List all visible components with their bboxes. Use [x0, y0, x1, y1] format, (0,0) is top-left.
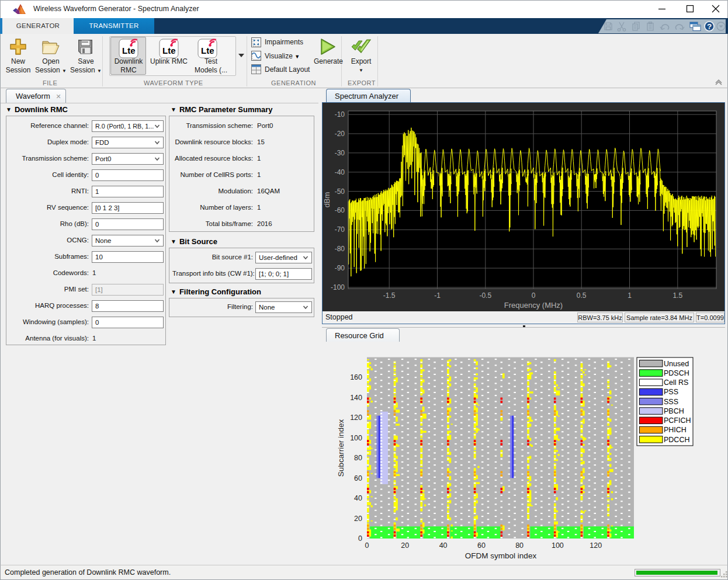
svg-text:-80: -80	[335, 245, 345, 253]
svg-text:120: 120	[590, 541, 602, 550]
svg-text:60: 60	[354, 474, 362, 482]
svg-text:PDCCH: PDCCH	[664, 436, 689, 444]
svg-text:-0.5: -0.5	[479, 291, 491, 300]
svg-text:-10: -10	[335, 110, 345, 119]
svg-text:80: 80	[515, 541, 524, 550]
svg-text:PBCH: PBCH	[664, 407, 684, 415]
svg-text:-100: -100	[331, 283, 345, 291]
svg-text:Cell RS: Cell RS	[664, 378, 688, 387]
svg-text:120: 120	[350, 414, 362, 422]
svg-text:-20: -20	[335, 130, 345, 138]
svg-text:20: 20	[401, 541, 409, 550]
svg-text:0: 0	[532, 291, 536, 300]
svg-text:PSS: PSS	[664, 388, 678, 396]
svg-text:Lte: Lte	[201, 46, 214, 55]
svg-text:-1.5: -1.5	[383, 291, 396, 300]
svg-text:1: 1	[628, 291, 632, 300]
svg-text:1.5: 1.5	[672, 291, 682, 300]
svg-text:-40: -40	[335, 168, 345, 176]
svg-text:0.5: 0.5	[577, 291, 587, 300]
svg-text:40: 40	[354, 494, 362, 502]
svg-text:-30: -30	[335, 149, 345, 157]
svg-text:100: 100	[350, 434, 362, 442]
svg-text:0: 0	[365, 541, 369, 550]
svg-text:Lte: Lte	[122, 46, 136, 55]
svg-text:PDSCH: PDSCH	[664, 369, 689, 377]
svg-text:SSS: SSS	[664, 398, 678, 406]
svg-text:dBm: dBm	[323, 192, 331, 208]
svg-text:20: 20	[354, 515, 362, 523]
svg-text:100: 100	[552, 541, 564, 550]
svg-text:80: 80	[354, 454, 362, 462]
svg-text:-60: -60	[335, 206, 345, 214]
svg-text:-90: -90	[335, 264, 345, 272]
svg-text:160: 160	[350, 373, 362, 381]
svg-text:-50: -50	[335, 187, 345, 196]
svg-text:Lte: Lte	[162, 46, 176, 55]
svg-text:0: 0	[358, 534, 362, 543]
svg-text:140: 140	[350, 394, 362, 402]
svg-text:Unused: Unused	[664, 360, 689, 368]
svg-text:-1: -1	[434, 291, 441, 300]
svg-text:?: ?	[707, 22, 712, 31]
svg-text:60: 60	[477, 541, 486, 550]
svg-text:-70: -70	[335, 225, 345, 234]
svg-text:PHICH: PHICH	[664, 426, 687, 434]
svg-text:40: 40	[439, 541, 448, 550]
svg-text:Frequency (MHz): Frequency (MHz)	[504, 301, 563, 310]
svg-text:OFDM symbol index: OFDM symbol index	[465, 551, 537, 560]
svg-text:Subcarrier index: Subcarrier index	[337, 419, 345, 477]
svg-text:PCFICH: PCFICH	[664, 416, 691, 425]
